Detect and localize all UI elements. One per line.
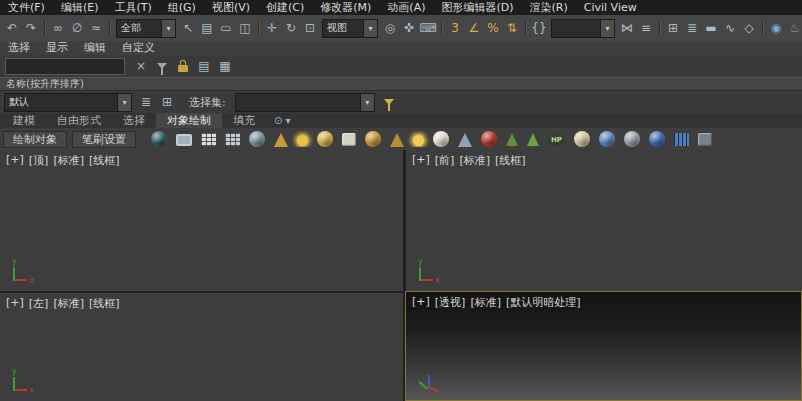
viewport-pov-label[interactable]: [左] xyxy=(29,296,49,311)
gold-sphere-icon[interactable] xyxy=(365,131,381,147)
select-and-rotate-icon[interactable]: ↻ xyxy=(282,18,300,38)
viewport-shading-label[interactable]: [线框] xyxy=(495,153,526,168)
grass-icon[interactable] xyxy=(527,133,539,146)
chevron-down-icon[interactable]: ▾ xyxy=(117,94,131,111)
viewport-menu-icon[interactable]: [+] xyxy=(412,295,430,310)
viewport-menu-icon[interactable]: [+] xyxy=(6,296,24,311)
ribbon-tab-1[interactable]: 建模 xyxy=(2,113,46,128)
select-and-manipulate-icon[interactable]: ✜ xyxy=(400,18,418,38)
blue-pearl-icon[interactable] xyxy=(599,131,615,147)
paint-dark-sphere-icon[interactable] xyxy=(151,131,167,147)
undo-icon[interactable]: ↶ xyxy=(3,18,21,38)
window-crossing-icon[interactable]: ◫ xyxy=(236,18,254,38)
viewport-menu-icon[interactable]: [+] xyxy=(6,153,24,168)
paint-objects-button[interactable]: 绘制对象 xyxy=(3,131,67,148)
schematic-view-icon[interactable]: ◇ xyxy=(740,18,758,38)
gem-cluster-icon[interactable] xyxy=(458,133,472,147)
foliage-icon[interactable] xyxy=(506,133,518,146)
chevron-down-icon[interactable]: ▾ xyxy=(161,20,175,37)
brush-settings-button[interactable]: 笔刷设置 xyxy=(72,131,136,148)
redo-icon[interactable]: ↷ xyxy=(22,18,40,38)
clear-search-icon[interactable]: × xyxy=(132,56,150,76)
layer-list-icon[interactable]: ≣ xyxy=(137,92,155,112)
bright-sun-icon[interactable] xyxy=(413,135,424,146)
search-input[interactable] xyxy=(5,58,125,75)
monitor-icon[interactable] xyxy=(176,134,192,146)
menubar-item-10[interactable]: 渲染(R) xyxy=(522,0,576,15)
viewport-style-label[interactable]: [标准] xyxy=(470,295,501,310)
toggle-ribbon-icon[interactable]: ▬ xyxy=(702,18,720,38)
ribbon-tab-2[interactable]: 自由形式 xyxy=(46,113,112,128)
hierarchy-view-icon[interactable]: ▤ xyxy=(195,56,213,76)
menubar-item-7[interactable]: 修改器(M) xyxy=(312,0,379,15)
use-pivot-point-icon[interactable]: ◎ xyxy=(381,18,399,38)
spreadsheet-icon[interactable] xyxy=(225,133,240,146)
viewport-pov-label[interactable]: [透视] xyxy=(435,295,466,310)
name-column-header[interactable]: 名称(按升序排序) xyxy=(0,77,802,91)
menubar-item-11[interactable]: Civil View xyxy=(576,0,645,15)
toggle-layer-explorer-icon[interactable]: ≣ xyxy=(683,18,701,38)
viewport-pov-label[interactable]: [顶] xyxy=(29,153,49,168)
viewport-front[interactable]: [+] [前] [标准] [线框] xy xyxy=(406,150,802,291)
gray-sphere-icon[interactable] xyxy=(624,131,640,147)
viewport-menu-icon[interactable]: [+] xyxy=(412,153,430,168)
unlink-selection-icon[interactable]: ∅ xyxy=(68,18,86,38)
shell-icon[interactable] xyxy=(574,131,590,147)
ribbon-config-icon[interactable]: ⊙ ▾ xyxy=(266,115,299,126)
list-view-icon[interactable]: ▦ xyxy=(216,56,234,76)
viewport-perspective-active[interactable]: [+] [透视] [标准] [默认明暗处理] xyxy=(405,291,802,401)
keyboard-override-icon[interactable]: ⌨ xyxy=(419,18,437,38)
chevron-down-icon[interactable]: ▾ xyxy=(363,20,377,37)
named-selection-sets-dropdown[interactable]: ▾ xyxy=(551,19,615,38)
viewport-shading-label[interactable]: [默认明暗处理] xyxy=(506,295,581,310)
selection-region-icon[interactable]: ▭ xyxy=(217,18,235,38)
ribbon-tab-4[interactable]: 对象绘制 xyxy=(156,113,222,128)
explorer-menu-3[interactable]: 编辑 xyxy=(76,41,114,55)
select-by-name-icon[interactable]: ▤ xyxy=(198,18,216,38)
gold-cone-icon[interactable] xyxy=(390,133,404,147)
menubar-item-1[interactable]: 文件(F) xyxy=(0,0,53,15)
pearl-icon[interactable] xyxy=(433,131,449,147)
mirror-icon[interactable]: ⋈ xyxy=(618,18,636,38)
gold-spheres-icon[interactable] xyxy=(317,131,333,147)
filter-funnel-icon[interactable] xyxy=(153,57,171,75)
menubar-item-3[interactable]: 工具(T) xyxy=(106,0,159,15)
viewport-style-label[interactable]: [标准] xyxy=(53,296,84,311)
render-setup-icon[interactable]: ♨ xyxy=(786,18,802,38)
menubar-item-5[interactable]: 视图(V) xyxy=(204,0,258,15)
spinner-snap-icon[interactable]: ⇅ xyxy=(503,18,521,38)
cone-cluster-icon[interactable] xyxy=(274,133,288,147)
select-object-icon[interactable]: ↖ xyxy=(179,18,197,38)
viewport-pov-label[interactable]: [前] xyxy=(435,153,455,168)
sun-icon[interactable] xyxy=(297,135,308,146)
hp-label-icon[interactable]: HP xyxy=(548,134,565,146)
bar-chart-icon[interactable] xyxy=(674,133,689,146)
angle-snap-icon[interactable]: ∠ xyxy=(465,18,483,38)
paint-sphere-icon[interactable] xyxy=(249,131,265,147)
snap-toggle-icon[interactable]: 3 xyxy=(446,18,464,38)
blue-sphere-icon[interactable] xyxy=(649,131,665,147)
menubar-item-2[interactable]: 编辑(E) xyxy=(53,0,107,15)
viewport-left[interactable]: [+] [左] [标准] [线框] xy xyxy=(0,293,403,401)
selection-filter-icon[interactable] xyxy=(380,93,398,111)
red-sphere-icon[interactable] xyxy=(481,131,497,147)
selection-filter-dropdown[interactable]: 全部▾ xyxy=(116,19,176,38)
select-and-move-icon[interactable]: ✛ xyxy=(263,18,281,38)
curve-editor-icon[interactable]: ∿ xyxy=(721,18,739,38)
viewport-shading-label[interactable]: [线框] xyxy=(89,296,120,311)
material-editor-icon[interactable]: ◉ xyxy=(767,18,785,38)
align-icon[interactable]: ≡ xyxy=(637,18,655,38)
cylinder-icon[interactable] xyxy=(342,133,356,146)
reference-coordinate-dropdown[interactable]: 视图▾ xyxy=(322,19,378,38)
select-and-scale-icon[interactable]: ⊡ xyxy=(301,18,319,38)
percent-snap-icon[interactable]: % xyxy=(484,18,502,38)
edit-named-selection-sets-icon[interactable]: {} xyxy=(530,18,548,38)
viewport-shading-label[interactable]: [线框] xyxy=(89,153,120,168)
menubar-item-9[interactable]: 图形编辑器(D) xyxy=(433,0,521,15)
select-and-link-icon[interactable]: ∞ xyxy=(49,18,67,38)
menubar-item-6[interactable]: 创建(C) xyxy=(258,0,312,15)
menubar-item-4[interactable]: 组(G) xyxy=(160,0,204,15)
preset-dropdown[interactable]: 默认 ▾ xyxy=(4,93,132,112)
grid-view-icon[interactable]: ⊞ xyxy=(158,92,176,112)
bind-to-space-warp-icon[interactable]: ≈ xyxy=(87,18,105,38)
